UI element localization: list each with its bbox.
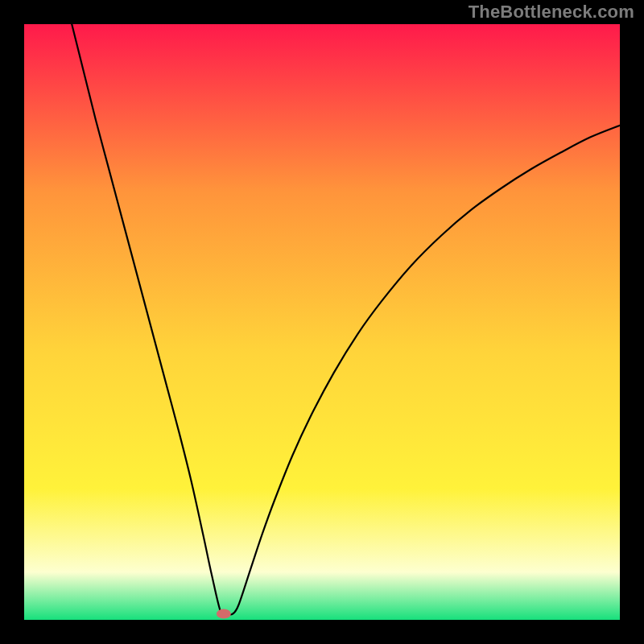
- chart-frame: TheBottleneck.com: [0, 0, 644, 644]
- bottleneck-chart: [24, 24, 620, 620]
- minimum-marker: [217, 609, 231, 619]
- chart-background: [24, 24, 620, 620]
- watermark-text: TheBottleneck.com: [469, 2, 634, 23]
